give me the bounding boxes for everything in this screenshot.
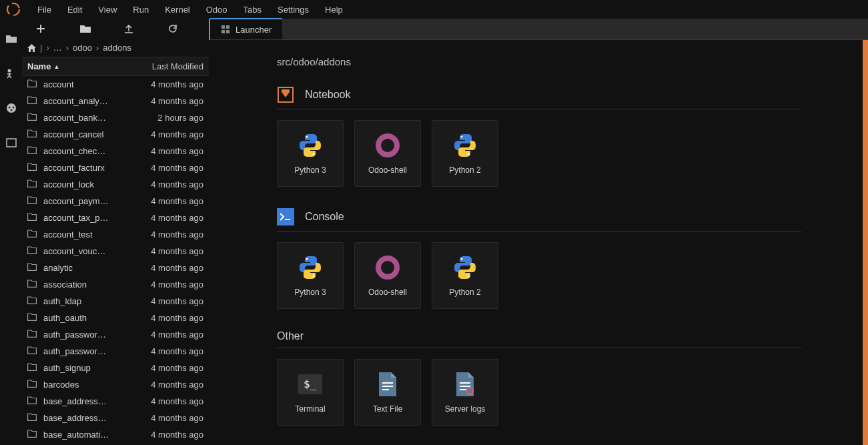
svg-rect-8 bbox=[226, 25, 230, 29]
file-row[interactable]: account_analy…4 months ago bbox=[22, 93, 209, 109]
svg-point-0 bbox=[7, 3, 19, 15]
menu-view[interactable]: View bbox=[90, 5, 125, 15]
launcher-panel: src/odoo/addons Notebook Python 3Odoo-sh… bbox=[210, 40, 868, 445]
folder-icon bbox=[27, 129, 38, 140]
upload-icon[interactable] bbox=[124, 24, 151, 33]
card-server-logs[interactable]: Server logs bbox=[432, 359, 498, 426]
file-row[interactable]: account_bank…2 hours ago bbox=[22, 109, 209, 126]
folder-icon bbox=[27, 380, 38, 390]
menu-tabs[interactable]: Tabs bbox=[236, 5, 270, 15]
tab-launcher[interactable]: Launcher bbox=[210, 18, 282, 39]
new-launcher-icon[interactable] bbox=[36, 24, 63, 33]
running-icon[interactable] bbox=[5, 67, 18, 80]
menu-settings[interactable]: Settings bbox=[270, 5, 317, 15]
folder-icon bbox=[27, 346, 38, 357]
card-label: Terminal bbox=[295, 404, 325, 414]
tabs-icon[interactable] bbox=[5, 136, 18, 149]
commands-icon[interactable] bbox=[5, 101, 18, 115]
column-modified[interactable]: Last Modified bbox=[129, 57, 209, 75]
file-row[interactable]: base_address…4 months ago bbox=[22, 393, 209, 410]
card-label: Python 3 bbox=[294, 288, 326, 297]
file-modified: 4 months ago bbox=[130, 346, 203, 356]
file-row[interactable]: account_paym…4 months ago bbox=[22, 193, 209, 209]
file-row[interactable]: base_automati…4 months ago bbox=[22, 426, 209, 443]
column-name[interactable]: Name ▲ bbox=[22, 57, 129, 75]
sort-asc-icon: ▲ bbox=[53, 63, 59, 70]
card-label: Python 3 bbox=[294, 165, 326, 175]
menu-run[interactable]: Run bbox=[125, 5, 157, 15]
card-python-3[interactable]: Python 3 bbox=[277, 242, 344, 309]
home-icon[interactable] bbox=[27, 44, 36, 52]
card-python-2[interactable]: Python 2 bbox=[432, 120, 498, 187]
file-name: auth_ldap bbox=[43, 296, 130, 306]
file-name: account_vouc… bbox=[43, 246, 130, 256]
new-folder-icon[interactable] bbox=[80, 25, 107, 33]
file-modified: 4 months ago bbox=[130, 163, 203, 173]
file-modified: 4 months ago bbox=[130, 146, 203, 156]
file-modified: 4 months ago bbox=[130, 129, 203, 139]
file-row[interactable]: association4 months ago bbox=[22, 276, 209, 293]
section-other: Other bbox=[277, 330, 801, 342]
card-python-2[interactable]: Python 2 bbox=[432, 242, 498, 309]
file-row[interactable]: auth_signup4 months ago bbox=[22, 360, 209, 376]
file-name: base_automati… bbox=[43, 430, 130, 440]
file-row[interactable]: auth_passwor…4 months ago bbox=[22, 343, 209, 360]
file-row[interactable]: account_lock4 months ago bbox=[22, 176, 209, 193]
menu-file[interactable]: File bbox=[29, 5, 59, 15]
breadcrumb-item[interactable]: addons bbox=[103, 43, 131, 53]
menu-edit[interactable]: Edit bbox=[59, 5, 90, 15]
menu-kernel[interactable]: Kernel bbox=[157, 5, 198, 15]
folder-icon bbox=[27, 96, 38, 107]
file-row[interactable]: auth_oauth4 months ago bbox=[22, 310, 209, 326]
card-odoo-shell[interactable]: Odoo-shell bbox=[354, 120, 421, 187]
file-name: auth_oauth bbox=[43, 313, 130, 323]
svg-rect-7 bbox=[222, 25, 225, 29]
file-row[interactable]: analytic4 months ago bbox=[22, 260, 209, 276]
divider bbox=[277, 231, 801, 232]
file-row[interactable]: auth_passwor…4 months ago bbox=[22, 326, 209, 343]
menu-odoo[interactable]: Odoo bbox=[198, 5, 236, 15]
card-text-file[interactable]: Text File bbox=[354, 359, 421, 426]
file-modified: 4 months ago bbox=[130, 230, 203, 240]
menu-bar: FileEditViewRunKernelOdooTabsSettingsHel… bbox=[0, 0, 868, 19]
breadcrumb-item[interactable]: odoo bbox=[73, 43, 92, 53]
svg-point-20 bbox=[378, 258, 397, 277]
menu-help[interactable]: Help bbox=[317, 5, 351, 15]
card-terminal[interactable]: $_Terminal bbox=[277, 359, 344, 426]
folder-icon bbox=[27, 113, 38, 123]
file-row[interactable]: account_facturx4 months ago bbox=[22, 159, 209, 176]
jupyter-logo[interactable] bbox=[5, 1, 21, 17]
file-row[interactable]: base_address…4 months ago bbox=[22, 410, 209, 426]
folder-icon bbox=[27, 263, 38, 274]
file-row[interactable]: account_vouc…4 months ago bbox=[22, 243, 209, 260]
card-icon bbox=[452, 371, 478, 398]
folder-icon bbox=[27, 179, 38, 190]
file-browser-icon[interactable] bbox=[5, 32, 18, 45]
chevron-right-icon: › bbox=[96, 43, 99, 53]
file-row[interactable]: account4 months ago bbox=[22, 76, 209, 93]
file-row[interactable]: auth_ldap4 months ago bbox=[22, 293, 209, 310]
card-label: Server logs bbox=[445, 404, 486, 414]
svg-point-3 bbox=[8, 107, 10, 109]
file-modified: 4 months ago bbox=[130, 246, 203, 256]
file-row[interactable]: account_cancel4 months ago bbox=[22, 126, 209, 143]
section-notebook: Notebook bbox=[277, 86, 801, 103]
chevron-right-icon: › bbox=[46, 43, 49, 53]
file-row[interactable]: barcodes4 months ago bbox=[22, 376, 209, 393]
svg-rect-9 bbox=[222, 30, 225, 33]
card-odoo-shell[interactable]: Odoo-shell bbox=[354, 242, 421, 309]
folder-icon bbox=[27, 313, 38, 324]
launcher-breadcrumb: src/odoo/addons bbox=[277, 56, 801, 67]
file-name: account_chec… bbox=[43, 146, 130, 156]
card-python-3[interactable]: Python 3 bbox=[277, 120, 344, 187]
file-row[interactable]: account_tax_p…4 months ago bbox=[22, 209, 209, 226]
file-row[interactable]: account_chec…4 months ago bbox=[22, 143, 209, 159]
svg-point-5 bbox=[10, 109, 12, 111]
file-modified: 4 months ago bbox=[130, 363, 203, 373]
svg-text:$_: $_ bbox=[304, 378, 317, 390]
file-name: account_tax_p… bbox=[43, 213, 130, 223]
file-row[interactable]: account_test4 months ago bbox=[22, 226, 209, 243]
card-icon bbox=[452, 132, 478, 159]
breadcrumb-item[interactable]: … bbox=[53, 43, 62, 53]
refresh-icon[interactable] bbox=[168, 24, 195, 33]
